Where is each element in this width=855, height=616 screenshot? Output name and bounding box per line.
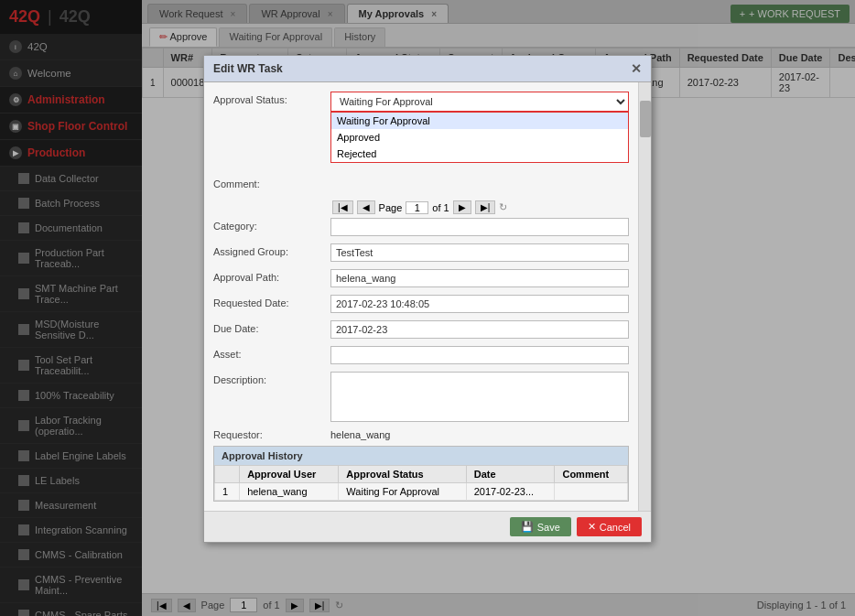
approval-path-row: Approval Path: bbox=[213, 269, 629, 287]
pag-first[interactable]: |◀ bbox=[332, 200, 353, 214]
due-date-input[interactable] bbox=[330, 320, 629, 339]
requestor-row: Requestor: helena_wang bbox=[213, 429, 629, 440]
dropdown-list: Waiting For Approval Approved Rejected bbox=[330, 112, 629, 163]
history-col-date: Date bbox=[466, 466, 555, 483]
description-textarea[interactable] bbox=[330, 372, 629, 422]
comment-row: Comment: bbox=[213, 176, 629, 189]
approval-status-wrapper: Waiting For Approval Approved Rejected W… bbox=[330, 92, 629, 112]
pag-refresh-icon[interactable]: ↻ bbox=[499, 201, 507, 213]
modal-body: Approval Status: Waiting For Approval Ap… bbox=[204, 82, 638, 511]
asset-row: Asset: bbox=[213, 346, 629, 364]
save-button[interactable]: 💾 Save bbox=[510, 517, 571, 536]
modal-close-button[interactable]: ✕ bbox=[631, 61, 642, 76]
description-row: Description: bbox=[213, 372, 629, 422]
description-label: Description: bbox=[213, 372, 323, 385]
dropdown-option-rejected[interactable]: Rejected bbox=[331, 146, 628, 162]
cancel-button[interactable]: ✕ Cancel bbox=[577, 517, 642, 536]
approval-history-section: Approval History Approval User Approval … bbox=[213, 446, 629, 502]
history-row-date: 2017-02-23... bbox=[466, 483, 555, 501]
modal-footer: 💾 Save ✕ Cancel bbox=[204, 511, 651, 542]
history-row-user: helena_wang bbox=[240, 483, 339, 501]
requestor-label: Requestor: bbox=[213, 429, 323, 440]
category-input[interactable] bbox=[330, 218, 629, 236]
dropdown-option-waiting[interactable]: Waiting For Approval bbox=[331, 113, 628, 129]
history-row: 1 helena_wang Waiting For Approval 2017-… bbox=[215, 483, 628, 501]
history-col-num bbox=[215, 466, 240, 483]
category-row: Category: bbox=[213, 218, 629, 236]
pag-last[interactable]: ▶| bbox=[475, 200, 496, 214]
modal-pagination: |◀ ◀ Page of 1 ▶ ▶| ↻ bbox=[332, 197, 629, 218]
pag-next[interactable]: ▶ bbox=[453, 200, 471, 214]
modal-scrollbar[interactable] bbox=[638, 82, 651, 511]
comment-label: Comment: bbox=[213, 176, 323, 189]
modal-overlay: Edit WR Task ✕ Approval Status: Waiting … bbox=[0, 0, 855, 616]
requested-date-row: Requested Date: bbox=[213, 295, 629, 313]
edit-wr-task-modal: Edit WR Task ✕ Approval Status: Waiting … bbox=[203, 55, 652, 543]
history-col-status: Approval Status bbox=[339, 466, 466, 483]
cancel-icon: ✕ bbox=[588, 521, 596, 533]
category-label: Category: bbox=[213, 218, 323, 232]
dropdown-option-approved[interactable]: Approved bbox=[331, 129, 628, 146]
history-col-comment: Comment bbox=[555, 466, 628, 483]
pag-page-input[interactable] bbox=[406, 201, 428, 214]
requested-date-label: Requested Date: bbox=[213, 295, 323, 308]
modal-title: Edit WR Task bbox=[213, 62, 283, 75]
pag-prev[interactable]: ◀ bbox=[357, 200, 375, 214]
assigned-group-label: Assigned Group: bbox=[213, 243, 323, 257]
history-row-comment bbox=[555, 483, 628, 501]
approval-path-label: Approval Path: bbox=[213, 269, 323, 283]
modal-header: Edit WR Task ✕ bbox=[204, 56, 651, 82]
history-col-user: Approval User bbox=[240, 466, 339, 483]
pag-page-label: Page bbox=[379, 202, 403, 213]
approval-status-dropdown[interactable]: Waiting For Approval Approved Rejected bbox=[330, 92, 629, 112]
pag-of-label: of 1 bbox=[432, 202, 449, 213]
asset-input[interactable] bbox=[330, 346, 629, 364]
history-row-status: Waiting For Approval bbox=[339, 483, 466, 501]
asset-label: Asset: bbox=[213, 346, 323, 360]
assigned-group-input[interactable] bbox=[330, 243, 629, 262]
assigned-group-row: Assigned Group: bbox=[213, 243, 629, 262]
approval-path-input[interactable] bbox=[330, 269, 629, 287]
approval-status-row: Approval Status: Waiting For Approval Ap… bbox=[213, 92, 629, 112]
approval-history-header: Approval History bbox=[214, 447, 628, 465]
requestor-value: helena_wang bbox=[330, 429, 390, 440]
due-date-row: Due Date: bbox=[213, 320, 629, 339]
requested-date-input[interactable] bbox=[330, 295, 629, 313]
scroll-thumb[interactable] bbox=[640, 101, 651, 137]
history-row-num: 1 bbox=[215, 483, 240, 501]
history-table: Approval User Approval Status Date Comme… bbox=[214, 465, 628, 501]
due-date-label: Due Date: bbox=[213, 320, 323, 334]
save-icon: 💾 bbox=[521, 521, 534, 533]
approval-status-label: Approval Status: bbox=[213, 92, 323, 105]
